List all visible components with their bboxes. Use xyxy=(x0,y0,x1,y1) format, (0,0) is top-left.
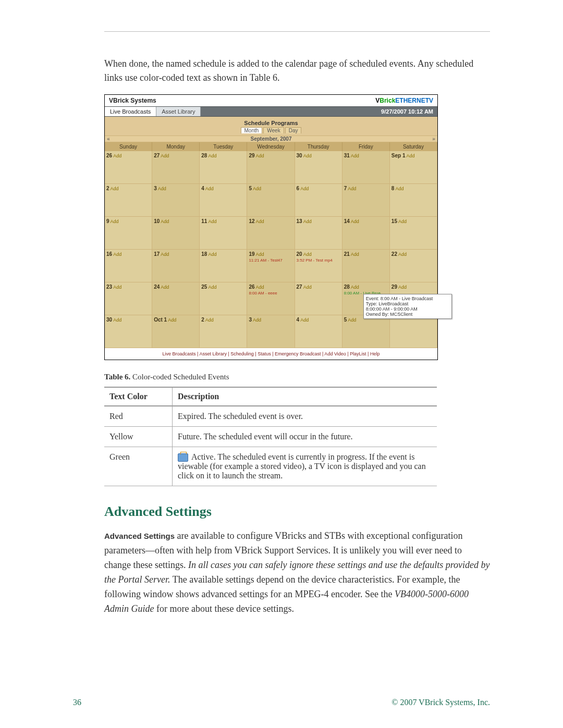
tab-live-broadcasts[interactable]: Live Broadcasts xyxy=(105,107,156,116)
tab-asset-library[interactable]: Asset Library xyxy=(156,107,201,116)
add-link[interactable]: Add xyxy=(303,219,312,224)
calendar-cell[interactable]: 3 Add xyxy=(247,315,295,348)
calendar-cell[interactable]: 20 Add3:52 PM - Test mp4 xyxy=(295,250,342,282)
calendar-cell[interactable]: 30 Add xyxy=(105,315,152,348)
add-link[interactable]: Add xyxy=(113,252,121,257)
view-week[interactable]: Week xyxy=(263,127,284,133)
calendar-cell[interactable]: 28 Add xyxy=(200,151,247,184)
add-link[interactable]: Add xyxy=(351,153,359,158)
calendar-cell[interactable]: 26 Add8:00 AM - eeee xyxy=(247,282,295,315)
add-link[interactable]: Add xyxy=(253,317,261,323)
add-link[interactable]: Add xyxy=(398,252,407,257)
add-link[interactable]: Add xyxy=(407,153,415,158)
calendar-cell[interactable]: 29 Add xyxy=(247,151,295,184)
calendar-cell[interactable]: 5 Add xyxy=(342,315,390,348)
calendar-cell[interactable]: 3 Add xyxy=(152,184,200,217)
add-link[interactable]: Add xyxy=(161,252,169,257)
add-link[interactable]: Add xyxy=(208,153,216,158)
add-link[interactable]: Add xyxy=(205,186,214,191)
add-link[interactable]: Add xyxy=(161,285,169,290)
view-month[interactable]: Month xyxy=(241,127,263,133)
calendar-cell[interactable]: 25 Add xyxy=(200,282,247,315)
add-link[interactable]: Add xyxy=(348,317,356,323)
calendar-cell[interactable]: 11 Add xyxy=(200,217,247,250)
calendar-cell[interactable]: 14 Add xyxy=(342,217,390,250)
calendar-cell[interactable]: 26 Add xyxy=(105,151,152,184)
add-link[interactable]: Add xyxy=(303,153,312,158)
calendar-cell[interactable]: 7 Add xyxy=(342,184,390,217)
event-red[interactable]: 11:21 AM - Test47 xyxy=(249,258,292,263)
add-link[interactable]: Add xyxy=(256,153,264,158)
calendar-cell[interactable]: 2 Add xyxy=(200,315,247,348)
add-link[interactable]: Add xyxy=(348,186,356,191)
calendar-cell[interactable]: 28 Add8:00 AM - Live Broa…Event: 8:00 AM… xyxy=(342,282,390,315)
add-link[interactable]: Add xyxy=(256,219,264,224)
add-link[interactable]: Add xyxy=(113,317,121,323)
add-link[interactable]: Add xyxy=(351,285,359,290)
calendar-cell[interactable]: 12 Add xyxy=(247,217,295,250)
cell-desc-text: Active. The scheduled event is currently… xyxy=(178,452,426,480)
view-day[interactable]: Day xyxy=(285,127,302,133)
next-month[interactable]: » xyxy=(430,136,437,142)
add-link[interactable]: Add xyxy=(158,186,166,191)
calendar-cell[interactable]: 22 Add xyxy=(390,250,437,282)
calendar-cell[interactable]: 27 Add xyxy=(295,282,342,315)
event-red[interactable]: 3:52 PM - Test mp4 xyxy=(297,258,340,263)
add-link[interactable]: Add xyxy=(351,252,359,257)
calendar-cell[interactable]: 23 Add xyxy=(105,282,152,315)
add-link[interactable]: Add xyxy=(395,186,403,191)
calendar-cell[interactable]: 16 Add xyxy=(105,250,152,282)
dayhead-sat: Saturday xyxy=(390,142,437,151)
calendar-cell[interactable]: 10 Add xyxy=(152,217,200,250)
add-link[interactable]: Add xyxy=(113,285,121,290)
add-link[interactable]: Add xyxy=(351,219,359,224)
calendar-cell[interactable] xyxy=(390,315,437,348)
dayhead-wed: Wednesday xyxy=(247,142,295,151)
calendar-cell[interactable]: 24 Add xyxy=(152,282,200,315)
calendar-cell[interactable]: 4 Add xyxy=(295,315,342,348)
add-link[interactable]: Add xyxy=(253,186,261,191)
event-red[interactable]: 8:00 AM - eeee xyxy=(249,291,292,296)
footer-links[interactable]: Live Broadcasts | Asset Library | Schedu… xyxy=(105,348,437,360)
add-link[interactable]: Add xyxy=(161,153,169,158)
add-link[interactable]: Add xyxy=(303,285,312,290)
add-link[interactable]: Add xyxy=(398,219,407,224)
calendar-cell[interactable]: 5 Add xyxy=(247,184,295,217)
calendar-cell[interactable]: Sep 1 Add xyxy=(390,151,437,184)
cell-color: Green xyxy=(104,447,173,486)
add-link[interactable]: Add xyxy=(256,252,264,257)
add-link[interactable]: Add xyxy=(113,153,121,158)
calendar-cell[interactable]: 15 Add xyxy=(390,217,437,250)
add-link[interactable]: Add xyxy=(111,219,119,224)
add-link[interactable]: Add xyxy=(205,317,214,323)
calendar-cell[interactable]: 30 Add xyxy=(295,151,342,184)
calendar-cell[interactable]: 8 Add xyxy=(390,184,437,217)
add-link[interactable]: Add xyxy=(300,186,309,191)
dayhead-thu: Thursday xyxy=(295,142,342,151)
add-link[interactable]: Add xyxy=(398,285,407,290)
calendar-cell[interactable]: 4 Add xyxy=(200,184,247,217)
calendar-cell[interactable]: 13 Add xyxy=(295,217,342,250)
calendar-cell[interactable]: 31 Add xyxy=(342,151,390,184)
calendar-cell[interactable]: 2 Add xyxy=(105,184,152,217)
add-link[interactable]: Add xyxy=(303,252,312,257)
add-link[interactable]: Add xyxy=(208,285,216,290)
prev-month[interactable]: « xyxy=(105,136,112,142)
calendar-cell[interactable]: 27 Add xyxy=(152,151,200,184)
calendar-cell[interactable]: 6 Add xyxy=(295,184,342,217)
calendar-cell[interactable]: Oct 1 Add xyxy=(152,315,200,348)
add-link[interactable]: Add xyxy=(208,219,216,224)
add-link[interactable]: Add xyxy=(161,219,169,224)
add-link[interactable]: Add xyxy=(208,252,216,257)
calendar-cell[interactable]: 18 Add xyxy=(200,250,247,282)
calendar-cell[interactable]: 21 Add xyxy=(342,250,390,282)
tv-icon[interactable] xyxy=(178,453,188,462)
calendar-cell[interactable]: 9 Add xyxy=(105,217,152,250)
add-link[interactable]: Add xyxy=(168,317,176,323)
add-link[interactable]: Add xyxy=(256,285,264,290)
add-link[interactable]: Add xyxy=(111,186,119,191)
calendar-cell[interactable]: 17 Add xyxy=(152,250,200,282)
add-link[interactable]: Add xyxy=(300,317,309,323)
page-number: 36 xyxy=(73,698,81,707)
calendar-cell[interactable]: 19 Add11:21 AM - Test47 xyxy=(247,250,295,282)
